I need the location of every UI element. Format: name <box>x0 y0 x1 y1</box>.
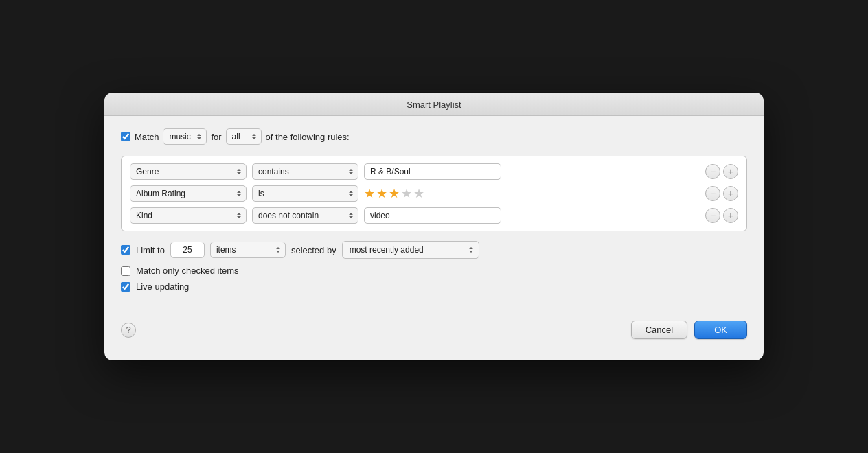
selected-by-label: selected by <box>291 245 336 255</box>
help-icon: ? <box>126 325 130 335</box>
limit-checkbox[interactable] <box>121 245 130 255</box>
star-rating[interactable]: ★ ★ ★ ★ ★ <box>364 187 501 200</box>
match-checked-checkbox[interactable] <box>121 266 130 276</box>
rule-row: Genre Album Rating Kind contains does no… <box>130 163 738 180</box>
rule-buttons-1: − + <box>705 164 738 179</box>
dialog-footer: ? Cancel OK <box>104 311 764 353</box>
star-1[interactable]: ★ <box>364 187 375 200</box>
rule-row: Genre Album Rating Kind is contains does… <box>130 185 738 202</box>
rules-label: of the following rules: <box>266 132 350 142</box>
limit-row: Limit to items MB GB hours selected by m… <box>121 241 747 259</box>
rule-value-input-3[interactable] <box>364 207 501 224</box>
limit-label: Limit to <box>136 245 165 255</box>
add-rule-button-2[interactable]: + <box>723 186 738 201</box>
remove-rule-button-3[interactable]: − <box>705 208 720 223</box>
smart-playlist-dialog: Smart Playlist Match music for all any o… <box>104 93 764 360</box>
dialog-title: Smart Playlist <box>104 93 764 116</box>
match-quantity-select[interactable]: all any <box>226 128 262 145</box>
rule-field-select-1[interactable]: Genre Album Rating Kind <box>130 163 247 180</box>
match-type-select[interactable]: music <box>163 128 207 145</box>
rule-buttons-2: − + <box>705 186 738 201</box>
add-rule-button-1[interactable]: + <box>723 164 738 179</box>
rule-buttons-3: − + <box>705 208 738 223</box>
selected-by-select[interactable]: most recently added random album artist … <box>342 241 479 259</box>
rule-value-input-1[interactable] <box>364 163 501 180</box>
match-checkbox[interactable] <box>121 132 130 141</box>
limit-unit-select[interactable]: items MB GB hours <box>210 242 286 258</box>
match-checked-row: Match only checked items <box>121 266 747 276</box>
dialog-content: Match music for all any of the following… <box>104 116 764 311</box>
match-label: Match <box>135 132 159 142</box>
rule-condition-select-3[interactable]: contains does not contain is <box>252 207 358 224</box>
live-updating-checkbox[interactable] <box>121 282 130 292</box>
live-updating-row: Live updating <box>121 281 747 292</box>
match-row: Match music for all any of the following… <box>121 128 747 145</box>
ok-button[interactable]: OK <box>694 321 747 339</box>
star-4[interactable]: ★ <box>401 187 412 200</box>
remove-rule-button-2[interactable]: − <box>705 186 720 201</box>
rule-condition-select-2[interactable]: is contains does not contain <box>252 185 358 202</box>
help-button[interactable]: ? <box>121 323 136 338</box>
live-updating-label: Live updating <box>136 281 189 292</box>
limit-value-input[interactable] <box>170 242 205 258</box>
star-2[interactable]: ★ <box>376 187 387 200</box>
match-checked-label: Match only checked items <box>136 266 239 276</box>
cancel-button[interactable]: Cancel <box>631 321 687 339</box>
star-3[interactable]: ★ <box>389 187 400 200</box>
remove-rule-button-1[interactable]: − <box>705 164 720 179</box>
for-label: for <box>211 132 221 142</box>
rule-condition-select-1[interactable]: contains does not contain is <box>252 163 358 180</box>
add-rule-button-3[interactable]: + <box>723 208 738 223</box>
rule-row: Genre Album Rating Kind contains does no… <box>130 207 738 224</box>
rule-field-select-2[interactable]: Genre Album Rating Kind <box>130 185 247 202</box>
rules-container: Genre Album Rating Kind contains does no… <box>121 156 747 231</box>
star-5[interactable]: ★ <box>413 187 424 200</box>
rule-field-select-3[interactable]: Genre Album Rating Kind <box>130 207 247 224</box>
footer-buttons: Cancel OK <box>631 321 747 339</box>
